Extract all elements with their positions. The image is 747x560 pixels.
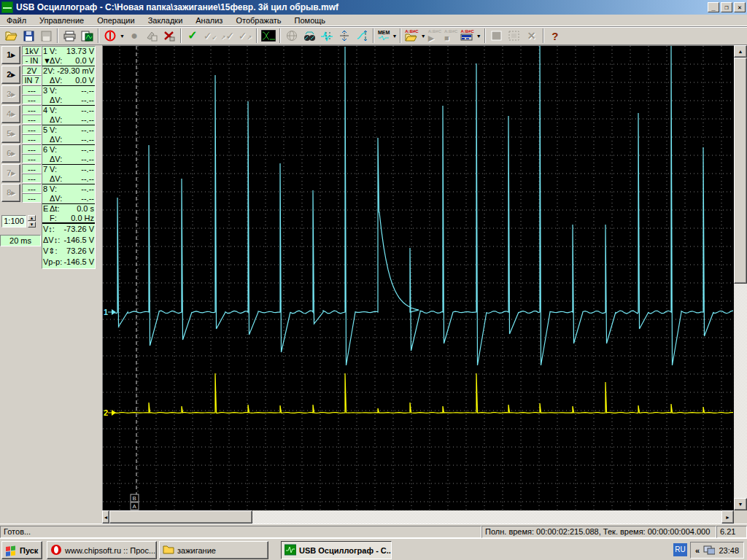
channel-1-input[interactable]: - IN 8 — [22, 55, 42, 65]
v-label: V: — [50, 184, 64, 194]
menu-item-0[interactable]: Файл — [0, 15, 33, 26]
clear-region-button[interactable]: ✕ — [523, 28, 541, 44]
f-label: F: — [50, 214, 64, 223]
channel-panel: 1▸1kV- IN 82▸2VIN 73▸------4▸------5▸---… — [0, 45, 102, 524]
minimize-button[interactable]: _ — [708, 2, 719, 12]
search-button[interactable] — [301, 28, 318, 44]
delete-button[interactable] — [160, 28, 178, 44]
script-stop-button[interactable]: A:B#C ■ — [443, 28, 459, 44]
check-prev-icon: ✓↙ — [204, 31, 217, 41]
hscroll-track[interactable] — [252, 510, 721, 524]
stop-acquisition-button[interactable] — [101, 28, 119, 44]
channel-7-button[interactable]: 7▸ — [1, 164, 20, 182]
open-file-button[interactable] — [2, 28, 20, 44]
menu-item-6[interactable]: Помощь — [288, 15, 333, 26]
channel-8-button[interactable]: 8▸ — [1, 184, 20, 202]
stop-dropdown-caret[interactable]: ▼ — [119, 28, 125, 44]
zoom-page-button[interactable] — [283, 28, 301, 44]
menu-item-5[interactable]: Отображать — [229, 15, 287, 26]
invert-display-button[interactable] — [260, 28, 277, 44]
channel-3-readout: 3V:--.-- ΔV:--.-- — [42, 86, 95, 106]
script-open-caret[interactable]: ▼ — [420, 28, 427, 44]
tray-expand-chevron[interactable]: « — [695, 546, 700, 555]
print-button[interactable] — [61, 28, 78, 44]
dv-value: --.-- — [64, 155, 94, 164]
save-button[interactable] — [20, 28, 37, 44]
save-fragment-button[interactable] — [37, 28, 55, 44]
language-indicator[interactable]: RU — [673, 543, 687, 556]
script-panel-caret[interactable]: ▼ — [476, 28, 482, 44]
scroll-right-button[interactable]: ► — [721, 510, 734, 524]
check-next-icon: ✓↗ — [239, 31, 252, 41]
vertical-cursors-icon — [338, 30, 350, 42]
record-icon: ● — [131, 30, 138, 42]
scroll-up-button[interactable]: ▲ — [734, 45, 747, 58]
memory-button[interactable]: MEM — [376, 28, 391, 44]
close-button[interactable]: ✕ — [734, 2, 746, 12]
channel-1-range[interactable]: 1kV — [22, 46, 42, 55]
oscilloscope-display[interactable]: 12BA — [102, 45, 734, 510]
measurement-value: -73.26 V — [55, 224, 94, 235]
channel-6-button[interactable]: 6▸ — [1, 144, 20, 163]
dv-label: ΔV: — [50, 76, 64, 85]
markers-button[interactable] — [318, 28, 336, 44]
confirm-next-button[interactable]: ✓↗ — [236, 28, 254, 44]
vertical-scrollbar[interactable]: ▲ ▼ — [734, 45, 747, 510]
select-region-button[interactable] — [488, 28, 506, 44]
channel-5-button[interactable]: 5▸ — [1, 125, 20, 143]
select-region-dotted-button[interactable] — [506, 28, 523, 44]
script-play-button[interactable]: A:B#C ▶ — [427, 28, 443, 44]
scale-trace-button[interactable] — [353, 28, 371, 44]
restore-button[interactable]: ❐ — [721, 2, 732, 12]
horizontal-scrollbar[interactable]: ◄ ► — [102, 510, 734, 524]
script-panel-button[interactable]: A:B#C — [459, 28, 475, 44]
menu-item-3[interactable]: Закладки — [142, 15, 190, 26]
menu-item-1[interactable]: Управление — [33, 15, 90, 26]
memory-dropdown-caret[interactable]: ▼ — [391, 28, 398, 44]
v-value: --.-- — [64, 86, 94, 96]
scale-up-spinner[interactable]: ▲ — [28, 215, 36, 221]
v-value: --.-- — [64, 184, 94, 194]
status-version: 6.21 — [716, 526, 747, 538]
channel-3-button[interactable]: 3▸ — [1, 85, 20, 104]
menu-item-4[interactable]: Анализ — [189, 15, 229, 26]
task-button-1[interactable]: зажигание — [159, 541, 268, 559]
confirm-prev-button[interactable]: ✓↙ — [201, 28, 219, 44]
cursor-a-label: A — [131, 502, 139, 510]
start-button[interactable]: Пуск — [1, 541, 42, 559]
trigger-marker — [43, 174, 50, 184]
channel-1-trace — [115, 46, 733, 365]
script-open-button[interactable]: A:B#C — [403, 28, 419, 44]
hscroll-thumb[interactable] — [109, 510, 252, 524]
v-value: --.-- — [64, 145, 94, 155]
time-per-division[interactable]: 20 ms — [0, 235, 41, 246]
channel-2-range[interactable]: 2V — [22, 66, 42, 75]
cursors-button[interactable] — [336, 28, 353, 44]
mem-label: MEM — [378, 30, 390, 35]
confirm-all-button[interactable]: ↗✓ — [219, 28, 236, 44]
channel-1-button[interactable]: 1▸ — [1, 46, 20, 64]
scroll-down-button[interactable]: ▼ — [734, 498, 747, 510]
channel-2-button[interactable]: 2▸ — [1, 66, 20, 84]
help-button[interactable]: ? — [546, 28, 564, 44]
dv-label: ΔV: — [50, 194, 64, 203]
task-button-2[interactable]: USB Осциллограф - C... — [281, 541, 392, 559]
network-monitor-icon[interactable] — [703, 545, 715, 556]
measurement-2: V⇕:73.26 V — [42, 246, 95, 257]
send-to-disk-button[interactable] — [143, 28, 160, 44]
vscroll-track[interactable] — [734, 284, 747, 498]
measurement-value: 73.26 V — [58, 246, 94, 257]
menu-item-2[interactable]: Операции — [90, 15, 141, 26]
confirm-button[interactable]: ✓ — [184, 28, 201, 44]
stop-record-icon — [104, 30, 116, 42]
scroll-left-button[interactable]: ◄ — [102, 510, 109, 524]
scale-ratio-field[interactable]: 1:100 — [1, 215, 26, 228]
scale-down-spinner[interactable]: ▼ — [28, 222, 36, 228]
app-icon — [1, 1, 13, 13]
record-button[interactable]: ● — [125, 28, 143, 44]
vscroll-thumb[interactable] — [734, 58, 747, 284]
channel-4-button[interactable]: 4▸ — [1, 105, 20, 123]
print-preview-button[interactable] — [78, 28, 96, 44]
channel-2-input[interactable]: IN 7 — [22, 75, 42, 85]
task-button-0[interactable]: www.chipsoft.ru :: Прос... — [47, 541, 157, 559]
